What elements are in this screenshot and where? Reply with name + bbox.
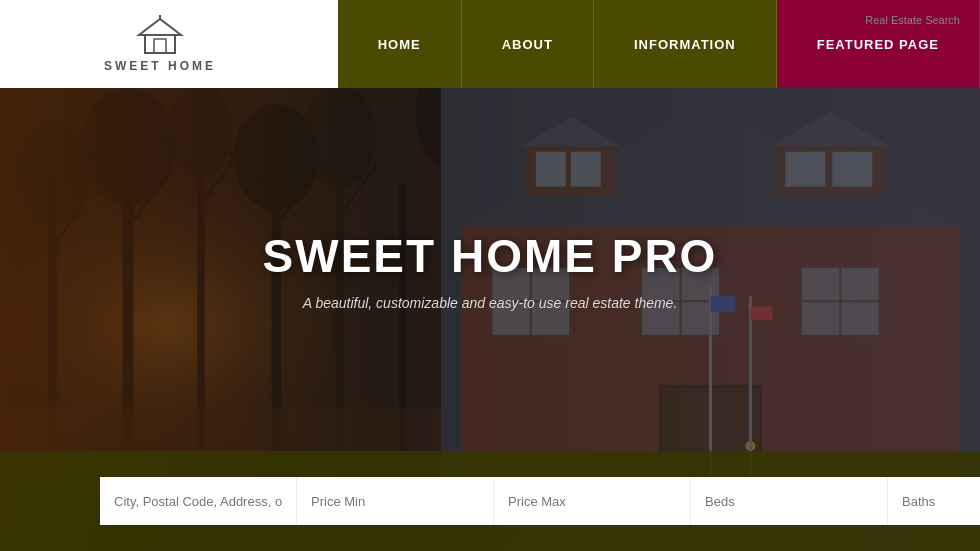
nav-home[interactable]: HOME (338, 0, 462, 88)
real-estate-search-label: Real Estate Search (865, 14, 960, 26)
search-bar: 🔍 SEARCH (100, 477, 880, 525)
search-price-min-input[interactable] (297, 477, 494, 525)
search-price-max-input[interactable] (494, 477, 691, 525)
hero-content: SWEET HOME PRO A beautiful, customizable… (0, 88, 980, 451)
svg-rect-2 (154, 39, 166, 53)
svg-marker-0 (139, 19, 181, 35)
hero-section: SWEET HOME PRO A beautiful, customizable… (0, 88, 980, 551)
header: SWEET HOME Real Estate Search HOME ABOUT… (0, 0, 980, 88)
nav-information[interactable]: INFORMATION (594, 0, 777, 88)
search-beds-input[interactable] (691, 477, 888, 525)
hero-title: SWEET HOME PRO (263, 229, 718, 283)
nav-about[interactable]: ABOUT (462, 0, 594, 88)
search-bar-container: 🔍 SEARCH (0, 451, 980, 551)
house-logo-icon (135, 15, 185, 55)
logo-area: SWEET HOME (0, 5, 320, 83)
hero-subtitle: A beautiful, customizable and easy-to us… (303, 295, 678, 311)
search-baths-input[interactable] (888, 477, 980, 525)
logo-text: SWEET HOME (104, 59, 216, 73)
search-main-input[interactable] (100, 477, 297, 525)
svg-rect-1 (145, 35, 175, 53)
